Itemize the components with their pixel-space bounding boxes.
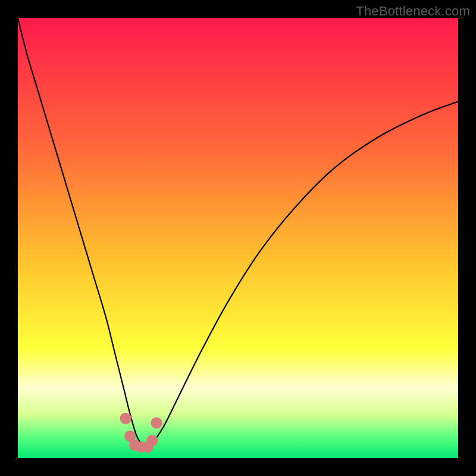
watermark-text: TheBottleneck.com	[356, 4, 470, 19]
curve-marker-dot	[146, 435, 158, 446]
curve-marker-dot	[120, 413, 131, 424]
curve-marker-dot	[151, 417, 162, 428]
curve-markers	[120, 413, 162, 453]
chart-marker-layer	[18, 18, 458, 458]
chart-plot-area	[18, 18, 458, 458]
